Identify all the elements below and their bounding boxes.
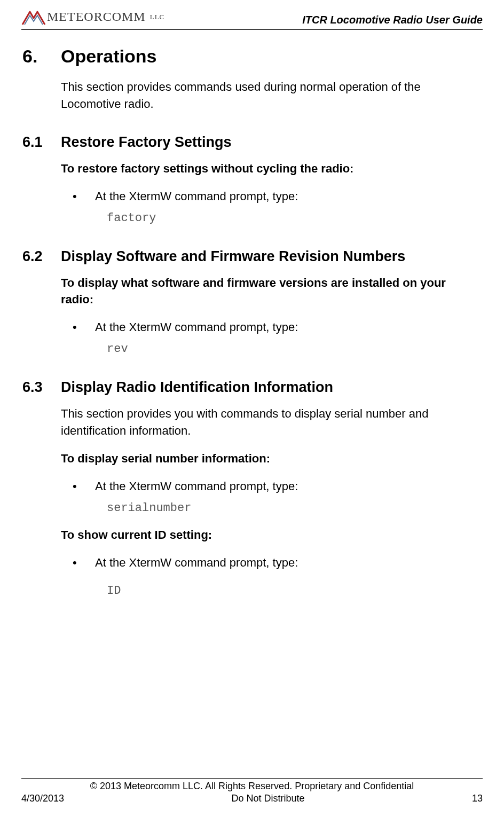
bullet-text: At the XtermW command prompt, type: <box>95 319 298 336</box>
document-title: ITCR Locomotive Radio User Guide <box>302 10 483 26</box>
bullet-text: At the XtermW command prompt, type: <box>95 478 298 495</box>
heading-number: 6.1 <box>22 134 61 151</box>
footer-page-number: 13 <box>472 793 483 804</box>
heading-6-1: 6.1 Restore Factory Settings <box>22 134 482 151</box>
section-intro: This section provides you with commands … <box>61 405 482 439</box>
logo-suffix: LLC <box>150 13 165 21</box>
heading-title: Display Software and Firmware Revision N… <box>61 248 405 265</box>
logo-text: METEORCOMM <box>47 10 146 23</box>
heading-title: Display Radio Identification Information <box>61 379 333 396</box>
bullet-item: • At the XtermW command prompt, type: ID <box>73 554 482 600</box>
bullet-icon: • <box>73 478 95 495</box>
bullet-item: • At the XtermW command prompt, type: re… <box>73 319 482 358</box>
bullet-text: At the XtermW command prompt, type: <box>95 188 298 205</box>
heading-number: 6. <box>22 46 61 67</box>
bullet-icon: • <box>73 319 95 336</box>
bullet-icon: • <box>73 555 95 571</box>
instruction-lead: To restore factory settings without cycl… <box>61 160 482 177</box>
instruction-lead: To display what software and firmware ve… <box>61 274 482 309</box>
page-header: METEORCOMM LLC ITCR Locomotive Radio Use… <box>21 10 483 30</box>
bullet-icon: • <box>73 188 95 205</box>
instruction-lead: To show current ID setting: <box>61 527 482 544</box>
heading-6-2: 6.2 Display Software and Firmware Revisi… <box>22 248 482 265</box>
command-text: ID <box>107 582 482 600</box>
bullet-item: • At the XtermW command prompt, type: fa… <box>73 188 482 227</box>
bullet-text: At the XtermW command prompt, type: <box>95 554 298 571</box>
footer-confidential: Do Not Distribute <box>64 793 472 804</box>
bullet-item: • At the XtermW command prompt, type: se… <box>73 478 482 517</box>
logo-mark-icon <box>21 10 46 26</box>
heading-6-3: 6.3 Display Radio Identification Informa… <box>22 379 482 396</box>
command-text: rev <box>107 340 482 358</box>
section-intro: This section provides commands used duri… <box>61 78 482 113</box>
command-text: factory <box>107 209 482 227</box>
company-logo: METEORCOMM LLC <box>21 10 164 26</box>
instruction-lead: To display serial number information: <box>61 450 482 467</box>
document-body: 6. Operations This section provides comm… <box>21 46 483 600</box>
heading-number: 6.3 <box>22 379 61 396</box>
footer-date: 4/30/2013 <box>21 793 64 804</box>
heading-title: Operations <box>61 46 156 67</box>
heading-title: Restore Factory Settings <box>61 134 232 151</box>
heading-number: 6.2 <box>22 248 61 265</box>
command-text: serialnumber <box>107 499 482 517</box>
footer-copyright: © 2013 Meteorcomm LLC. All Rights Reserv… <box>21 781 483 792</box>
heading-6: 6. Operations <box>22 46 482 67</box>
page-footer: © 2013 Meteorcomm LLC. All Rights Reserv… <box>21 778 483 804</box>
